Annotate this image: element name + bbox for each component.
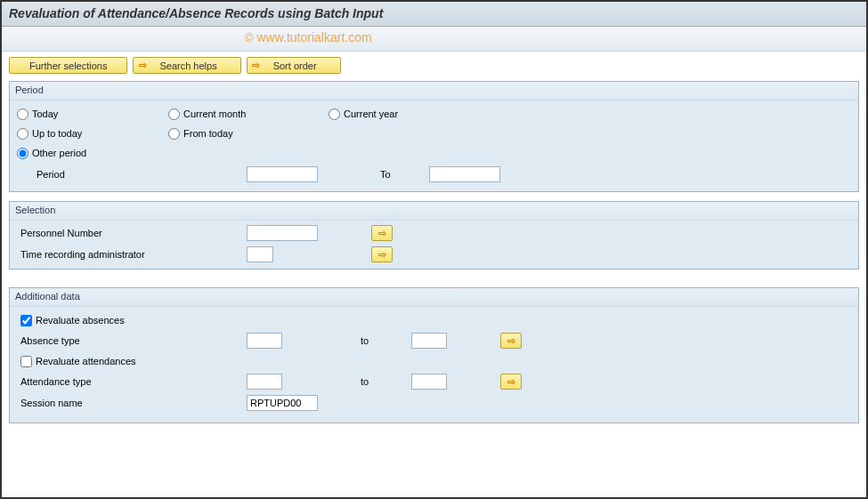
further-selections-button[interactable]: Further selections (9, 57, 127, 74)
attendance-type-from-input[interactable] (247, 374, 282, 390)
time-admin-label: Time recording administrator (17, 249, 247, 260)
group-title: Period (10, 82, 858, 101)
personnel-number-input[interactable] (247, 225, 318, 241)
search-helps-button[interactable]: ⇨ Search helps (133, 57, 240, 74)
absence-type-from-input[interactable] (247, 333, 282, 349)
attendance-type-to-input[interactable] (411, 374, 447, 390)
revaluate-attendances-label: Revaluate attendances (36, 356, 136, 366)
period-label: Period (17, 169, 204, 180)
button-label: Sort order (263, 60, 333, 71)
radio-from-today[interactable]: From today (168, 125, 329, 141)
additional-data-group: Additional data Revaluate absences Absen… (9, 287, 859, 423)
selection-group: Selection Personnel Number ⇨ Time record… (9, 201, 859, 270)
radio-up-to-today[interactable]: Up to today (17, 125, 168, 141)
watermark: © www.tutorialkart.com (245, 30, 372, 44)
attendance-type-label: Attendance type (17, 376, 247, 387)
radio-label: Current month (183, 109, 246, 119)
period-to-input[interactable] (429, 166, 500, 182)
radio-up-to-today-input[interactable] (17, 128, 28, 140)
period-to-label: To (380, 169, 429, 180)
radio-other-period-input[interactable] (17, 148, 28, 159)
group-title: Selection (10, 202, 858, 221)
time-admin-multiple-selection-button[interactable]: ⇨ (371, 246, 393, 262)
period-group: Period Today Current month Current year … (9, 81, 859, 192)
radio-label: Current year (344, 109, 398, 119)
period-from-input[interactable] (247, 166, 318, 182)
revaluate-absences-checkbox[interactable] (20, 315, 32, 326)
arrow-right-icon: ⇨ (250, 60, 263, 71)
session-name-label: Session name (17, 398, 247, 408)
title-bar: Revaluation of Attendance/Absence Record… (2, 2, 866, 27)
arrow-right-icon: ⇨ (378, 228, 386, 239)
radio-label: Today (32, 109, 58, 119)
group-title: Additional data (10, 288, 858, 307)
button-label: Search helps (149, 60, 232, 71)
radio-from-today-input[interactable] (168, 128, 180, 140)
arrow-right-icon: ⇨ (507, 335, 515, 347)
radio-current-month-input[interactable] (168, 109, 180, 120)
radio-today-input[interactable] (17, 109, 28, 120)
button-label: Further selections (17, 60, 119, 71)
sort-order-button[interactable]: ⇨ Sort order (247, 57, 341, 74)
selection-toolbar: Further selections ⇨ Search helps ⇨ Sort… (9, 57, 859, 74)
to-label: to (361, 376, 369, 387)
radio-label: From today (183, 128, 233, 139)
absence-type-label: Absence type (17, 335, 247, 346)
radio-current-year[interactable]: Current year (329, 106, 489, 122)
revaluate-absences-label: Revaluate absences (36, 315, 125, 326)
arrow-right-icon: ⇨ (507, 376, 515, 388)
session-name-input[interactable] (247, 395, 318, 411)
application-toolbar-strip: © www.tutorialkart.com (2, 27, 866, 52)
radio-today[interactable]: Today (17, 106, 168, 122)
personnel-number-multiple-selection-button[interactable]: ⇨ (371, 225, 393, 241)
radio-current-month[interactable]: Current month (168, 106, 329, 122)
time-admin-input[interactable] (247, 246, 273, 262)
absence-type-multiple-selection-button[interactable]: ⇨ (500, 333, 522, 349)
revaluate-attendances-checkbox[interactable] (20, 356, 32, 367)
radio-other-period[interactable]: Other period (17, 145, 168, 161)
attendance-type-multiple-selection-button[interactable]: ⇨ (500, 374, 522, 390)
page-title: Revaluation of Attendance/Absence Record… (9, 6, 383, 20)
radio-label: Other period (32, 148, 86, 158)
radio-current-year-input[interactable] (329, 109, 340, 120)
absence-type-to-input[interactable] (411, 333, 447, 349)
arrow-right-icon: ⇨ (136, 60, 149, 71)
personnel-number-label: Personnel Number (17, 228, 247, 238)
to-label: to (361, 335, 369, 346)
arrow-right-icon: ⇨ (378, 249, 386, 261)
radio-label: Up to today (32, 128, 82, 139)
